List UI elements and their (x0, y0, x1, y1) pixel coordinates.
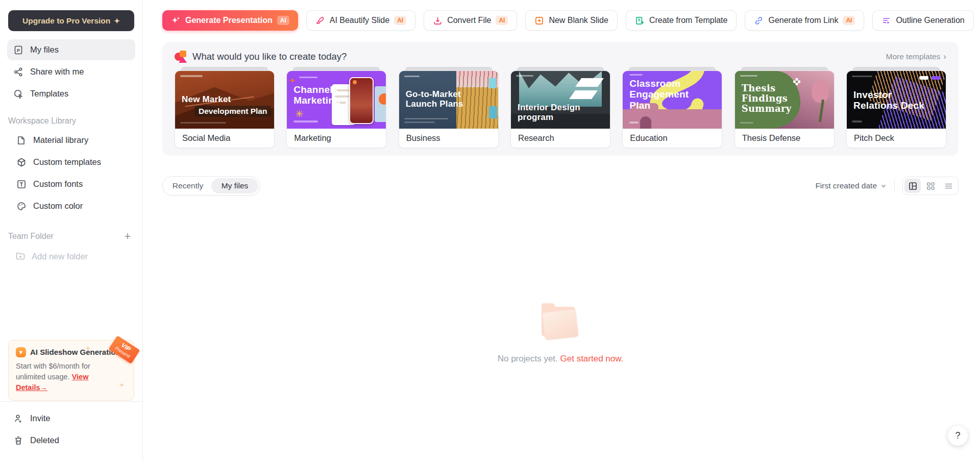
ai-badge: AI (394, 16, 406, 25)
template-thumbnail: Go-to-Market Launch Plans (399, 71, 498, 129)
material-library-icon (16, 135, 27, 145)
template-card-pitch-deck[interactable]: Investor Relations Deck Pitch Deck (846, 70, 946, 148)
sidebar-item-custom-color[interactable]: Custom color (10, 196, 135, 216)
view-large-grid-button[interactable] (904, 179, 921, 193)
sidebar-item-custom-templates[interactable]: Custom templates (10, 152, 135, 173)
invite-button[interactable]: Invite (7, 408, 135, 429)
ai-slideshow-promo-card[interactable]: ✦ ✦ ▼ AI Slideshow Generation Start with… (8, 340, 134, 401)
deleted-label: Deleted (30, 435, 59, 445)
get-started-link[interactable]: Get started now. (560, 354, 624, 363)
deleted-button[interactable]: Deleted (7, 430, 135, 451)
template-thumbnail: New Market Development Plan (175, 71, 274, 129)
template-category-label: Education (623, 129, 722, 148)
new-blank-slide-button[interactable]: New Blank Slide (525, 10, 618, 31)
add-new-folder-label: Add new folder (32, 252, 88, 261)
template-cards-row: New Market Development Plan Social Media… (175, 70, 946, 148)
sidebar-item-templates[interactable]: Templates (7, 83, 135, 104)
promo-title: AI Slideshow Generation (30, 348, 120, 356)
template-category-label: Business (399, 129, 498, 148)
template-card-business[interactable]: Go-to-Market Launch Plans Business (399, 70, 499, 148)
sidebar-footer: Invite Deleted (0, 401, 142, 461)
sort-label: First created date (815, 181, 877, 190)
empty-message: No projects yet. (498, 354, 560, 363)
person-plus-icon (13, 413, 23, 424)
sidebar-item-custom-fonts[interactable]: Custom fonts (10, 174, 135, 195)
template-plus-icon (635, 16, 645, 26)
link-icon (754, 16, 764, 26)
chevron-right-icon: › (943, 52, 946, 62)
sidebar-item-share-with-me[interactable]: Share with me (7, 61, 135, 82)
share-icon (13, 66, 23, 77)
template-card-thesis-defense[interactable]: Thesis Findings Summary Thesis Defense (734, 70, 835, 148)
sidebar-item-label: Share with me (30, 67, 84, 77)
sort-dropdown[interactable]: First created date (815, 181, 887, 190)
sidebar-item-label: Templates (30, 89, 68, 99)
font-icon (16, 179, 27, 189)
ai-beautify-slide-button[interactable]: AI Beautify Slide AI (306, 10, 415, 31)
cube-icon (16, 157, 27, 167)
thumbnail-title: Go-to-Market Launch Plans (406, 89, 464, 109)
upgrade-label: Upgrade to Pro Version (22, 16, 110, 26)
templates-banner: What would you like to create today? Mor… (162, 42, 959, 156)
templates-icon (13, 88, 23, 99)
create-from-template-button[interactable]: Create from Template (626, 10, 737, 31)
team-folder-heading: Team Folder (8, 232, 54, 241)
ai-badge: AI (843, 16, 855, 25)
template-category-label: Pitch Deck (847, 129, 946, 148)
palette-icon (16, 201, 27, 211)
sparkle-icon: ✦ (114, 17, 120, 25)
import-file-icon (433, 16, 443, 26)
folder-plus-icon (15, 251, 26, 261)
vip-ribbon: VIP Presenti (109, 335, 140, 364)
trash-icon (13, 435, 23, 446)
convert-file-button[interactable]: Convert File AI (424, 10, 517, 31)
template-card-marketing[interactable]: ✦ Channels Marketing ✳ Marketing (286, 70, 386, 148)
template-category-label: Social Media (175, 129, 274, 148)
file-icon: P (13, 44, 23, 55)
more-templates-link[interactable]: More templates › (886, 52, 947, 62)
generate-from-link-button[interactable]: Generate from Link AI (745, 10, 864, 31)
tab-my-files[interactable]: My files (211, 178, 258, 193)
generate-presentation-button[interactable]: Generate Presentation AI (162, 10, 298, 31)
workspace-nav: Material library Custom templates Custom… (0, 130, 142, 216)
sparkle-icon: ✦ (119, 381, 125, 389)
template-thumbnail: Investor Relations Deck (847, 71, 946, 129)
outline-generation-button[interactable]: Outline Generation (872, 10, 973, 31)
sun-icon: ✳ (295, 108, 304, 120)
vip-badge-icon: ▼ (16, 347, 26, 357)
template-thumbnail: ✦ Channels Marketing ✳ (287, 71, 386, 129)
help-button[interactable]: ? (948, 426, 968, 446)
thumbnail-title: New Market (182, 94, 231, 104)
thumbnail-title: Classroom Engagement Plan (629, 78, 711, 111)
view-small-grid-button[interactable] (922, 179, 939, 193)
sidebar-item-material-library[interactable]: Material library (10, 130, 135, 151)
top-toolbar: Generate Presentation AI AI Beautify Sli… (162, 10, 959, 31)
template-card-social-media[interactable]: New Market Development Plan Social Media (175, 70, 275, 148)
template-card-education[interactable]: Classroom Engagement Plan Education (622, 70, 722, 148)
template-card-research[interactable]: Interior Design program Research (510, 70, 610, 148)
tab-recently[interactable]: Recently (164, 178, 211, 193)
add-team-folder-button[interactable]: + (121, 230, 134, 243)
sidebar-item-label: Material library (33, 135, 88, 145)
view-list-button[interactable] (940, 179, 957, 193)
thumbnail-title: Investor Relations Deck (853, 89, 925, 111)
button-label: Outline Generation (896, 16, 964, 25)
svg-text:P: P (16, 47, 19, 53)
upgrade-to-pro-button[interactable]: Upgrade to Pro Version ✦ (8, 10, 134, 31)
add-new-folder-button[interactable]: Add new folder (10, 248, 134, 264)
main-content: Generate Presentation AI AI Beautify Sli… (143, 0, 980, 461)
files-toolbar: Recently My files First created date (162, 176, 959, 196)
sidebar-item-label: Custom fonts (33, 179, 83, 189)
thumbnail-title: Interior Design program (518, 103, 584, 122)
button-label: Convert File (447, 16, 491, 25)
button-label: Create from Template (649, 16, 728, 25)
flower-icon (792, 77, 801, 86)
thumbnail-title: Thesis Findings Summary (742, 83, 788, 114)
sparkle-icon: ✦ (85, 345, 91, 352)
template-category-label: Research (511, 129, 610, 148)
sidebar-item-my-files[interactable]: P My files (7, 39, 135, 60)
button-label: Generate from Link (768, 16, 838, 25)
ai-badge: AI (277, 16, 289, 25)
app-logo-icon (175, 51, 187, 63)
more-templates-label: More templates (886, 52, 941, 61)
